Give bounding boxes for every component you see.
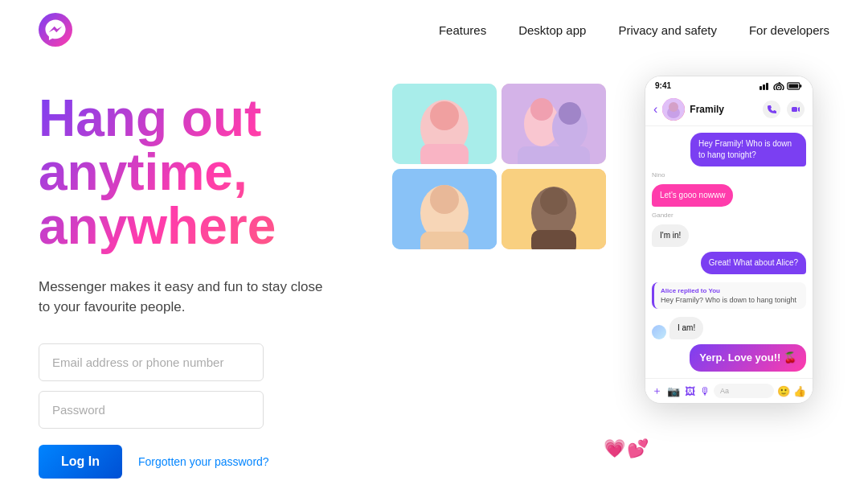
- chat-bubble-2: Let's gooo nowww: [652, 184, 733, 207]
- svg-point-0: [39, 13, 72, 47]
- sender-label-nino: Nino: [652, 171, 665, 179]
- status-icons: [760, 82, 803, 90]
- message-input[interactable]: Aa: [714, 384, 774, 398]
- chat-bubble-4: Great! What about Alice?: [701, 252, 806, 274]
- nav-for-developers[interactable]: For developers: [749, 23, 829, 37]
- reply-preview: Alice replied to You Hey Framily? Who is…: [652, 282, 806, 309]
- logo[interactable]: [39, 13, 72, 47]
- video-icon[interactable]: [787, 101, 805, 118]
- chat-avatar: [652, 325, 666, 339]
- phone-icon[interactable]: [763, 101, 780, 118]
- contact-avatar: [662, 98, 685, 121]
- svg-point-31: [669, 102, 678, 112]
- camera-icon[interactable]: 📷: [667, 385, 680, 397]
- svg-marker-33: [798, 107, 800, 112]
- phone-chat-header: ‹ Framily: [645, 93, 813, 126]
- svg-point-7: [530, 98, 553, 121]
- svg-rect-32: [792, 107, 797, 112]
- emoji-icon[interactable]: 🙂: [777, 385, 790, 397]
- back-icon[interactable]: ‹: [653, 102, 657, 117]
- phone-time: 9:41: [655, 81, 671, 90]
- svg-rect-27: [789, 84, 799, 88]
- hero-left-panel: Hang out anytime, anywhere Messenger mak…: [39, 76, 376, 489]
- plus-icon[interactable]: ＋: [652, 384, 662, 398]
- hero-subheadline: Messenger makes it easy and fun to stay …: [39, 277, 328, 318]
- svg-rect-10: [518, 146, 590, 164]
- like-icon[interactable]: 👍: [793, 385, 806, 397]
- svg-point-17: [540, 187, 567, 215]
- nav-features[interactable]: Features: [439, 23, 486, 37]
- reply-label: Alice replied to You: [661, 287, 800, 294]
- svg-point-3: [430, 101, 459, 130]
- phone-mockup: 9:41 ‹ Framily: [645, 76, 813, 404]
- chat-area: Hey Framily! Who is down to hang tonight…: [645, 126, 813, 378]
- main-nav: Features Desktop app Privacy and safety …: [439, 23, 829, 37]
- chat-bubble-5: I am!: [669, 317, 703, 339]
- svg-rect-21: [766, 83, 768, 90]
- input-action-icons: ＋ 📷 🖼 🎙: [652, 384, 710, 398]
- hero-headline: Hang out anytime, anywhere: [39, 92, 376, 254]
- photo-cell-1: [392, 84, 497, 164]
- email-input[interactable]: [39, 343, 264, 381]
- sender-label-gander: Gander: [652, 212, 674, 219]
- svg-point-24: [778, 87, 780, 88]
- login-form: [39, 343, 376, 429]
- mic-icon[interactable]: 🎙: [700, 385, 710, 397]
- reply-original-text: Hey Framily? Who is down to hang tonight: [661, 296, 800, 304]
- header-action-icons: [763, 101, 805, 118]
- svg-rect-18: [531, 230, 576, 249]
- photo-cell-3: [392, 169, 497, 249]
- chat-bubble-with-avatar: I am!: [652, 317, 806, 339]
- svg-rect-19: [760, 86, 762, 90]
- nav-privacy-safety[interactable]: Privacy and safety: [618, 23, 717, 37]
- heart-1: 💗: [604, 438, 625, 459]
- photo-collage: [392, 84, 606, 249]
- svg-point-9: [559, 102, 581, 125]
- svg-rect-28: [800, 84, 802, 87]
- login-button[interactable]: Log In: [39, 445, 122, 479]
- svg-point-13: [430, 185, 459, 214]
- hero-right-panel: 9:41 ‹ Framily: [376, 76, 829, 489]
- nav-desktop-app[interactable]: Desktop app: [518, 23, 586, 37]
- chat-bubble-yerp: Yerp. Love you!! 🍒: [690, 344, 806, 372]
- image-icon[interactable]: 🖼: [685, 385, 695, 397]
- photo-cell-4: [502, 169, 606, 249]
- contact-name: Framily: [690, 104, 758, 115]
- forgot-password-link[interactable]: Forgotten your password?: [138, 455, 269, 468]
- svg-rect-14: [420, 232, 469, 249]
- chat-bubble-1: Hey Framily! Who is down to hang tonight…: [690, 133, 806, 166]
- svg-rect-4: [420, 144, 469, 164]
- password-input[interactable]: [39, 391, 264, 429]
- floating-hearts: 💗 💕: [604, 438, 649, 459]
- phone-status-bar: 9:41: [645, 76, 813, 93]
- chat-bubble-3: I'm in!: [652, 224, 689, 247]
- actions-row: Log In Forgotten your password?: [39, 445, 376, 479]
- phone-input-bar: ＋ 📷 🖼 🎙 Aa 🙂 👍: [645, 378, 813, 403]
- photo-cell-2: [502, 84, 606, 164]
- svg-rect-20: [763, 84, 765, 90]
- heart-2: 💕: [627, 438, 649, 459]
